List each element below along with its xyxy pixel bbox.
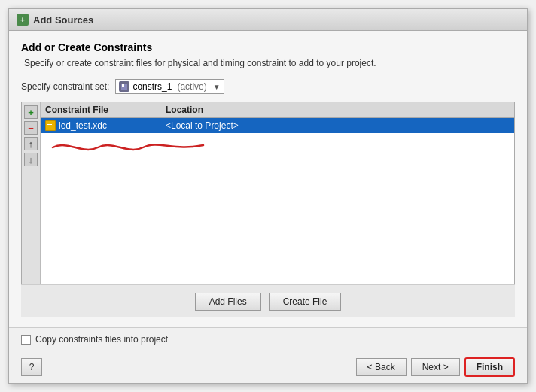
back-button[interactable]: < Back — [356, 358, 407, 376]
svg-rect-3 — [47, 123, 51, 123]
table-wrapper: Constraint File Location — [41, 102, 514, 284]
constraint-set-label: Specify constraint set: — [21, 81, 109, 92]
title-bar: + Add Sources — [9, 9, 527, 31]
svg-rect-5 — [47, 126, 50, 126]
move-up-button[interactable]: ↑ — [24, 137, 38, 150]
row-filename: led_test.xdc — [59, 120, 107, 131]
finish-button[interactable]: Finish — [464, 357, 515, 377]
remove-row-button[interactable]: − — [24, 121, 38, 135]
nav-row: ? < Back Next > Finish — [9, 351, 527, 383]
constraint-set-dropdown[interactable]: constrs_1 (active) ▼ — [115, 79, 224, 94]
copy-constraints-checkbox[interactable] — [21, 335, 31, 345]
add-files-button[interactable]: Add Files — [195, 293, 261, 311]
main-content: Add or Create Constraints Specify or cre… — [9, 31, 527, 327]
dialog: + Add Sources Add or Create Constraints … — [8, 8, 528, 384]
bottom-buttons-row: Add Files Create File — [21, 284, 515, 317]
section-title: Add or Create Constraints — [21, 41, 515, 53]
squiggle-svg — [45, 136, 211, 159]
title-icon: + — [17, 14, 29, 26]
table-row[interactable]: led_test.xdc <Local to Project> — [41, 118, 514, 133]
section-desc: Specify or create constraint files for p… — [24, 58, 515, 68]
col-constraint-header: Constraint File — [45, 105, 166, 115]
move-down-button[interactable]: ↓ — [24, 153, 38, 166]
svg-rect-4 — [47, 124, 52, 125]
file-icon — [45, 120, 56, 131]
left-buttons: + − ↑ ↓ — [22, 102, 41, 284]
col-location-header: Location — [166, 105, 510, 115]
help-button[interactable]: ? — [21, 358, 42, 376]
checkbox-area: Copy constraints files into project — [9, 327, 527, 351]
constraint-set-row: Specify constraint set: constrs_1 (activ… — [21, 79, 515, 94]
row-location: <Local to Project> — [166, 120, 510, 131]
squiggle-annotation — [41, 133, 514, 165]
nav-right-buttons: < Back Next > Finish — [356, 357, 515, 377]
checkbox-label: Copy constraints files into project — [35, 334, 168, 345]
create-file-button[interactable]: Create File — [269, 293, 342, 311]
dropdown-arrow-icon: ▼ — [213, 83, 221, 91]
svg-rect-1 — [122, 84, 124, 87]
checkbox-row: Copy constraints files into project — [21, 334, 515, 345]
add-row-button[interactable]: + — [24, 105, 38, 119]
file-cell: led_test.xdc — [45, 120, 166, 131]
title-text: Add Sources — [33, 14, 93, 26]
dropdown-status: (active) — [177, 81, 206, 92]
dropdown-icon — [119, 81, 129, 92]
svg-rect-2 — [47, 121, 53, 129]
table-body: led_test.xdc <Local to Project> — [41, 118, 514, 284]
table-header: Constraint File Location — [41, 102, 514, 118]
dropdown-value: constrs_1 — [132, 81, 172, 92]
next-button[interactable]: Next > — [411, 358, 460, 376]
table-area: + − ↑ ↓ Constraint File Location — [21, 102, 515, 284]
